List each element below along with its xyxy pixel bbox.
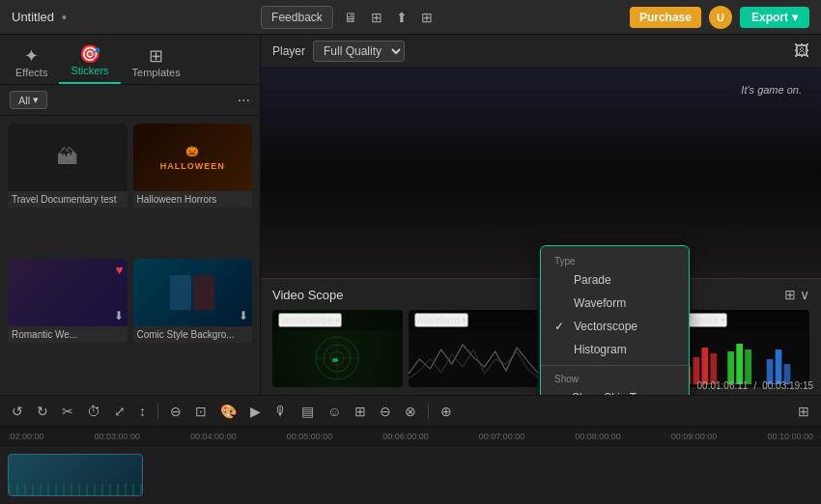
player-bar: Player Full Quality 🖼: [261, 35, 821, 69]
timeline-tracks: [0, 446, 821, 504]
parade-dropdown[interactable]: Parade ▾: [686, 313, 727, 327]
scope-expand-button[interactable]: ∨: [800, 287, 809, 302]
templates-icon: ⊞: [149, 47, 163, 65]
ruler-mark: 00:09:00:00: [671, 432, 718, 441]
monitor-icon[interactable]: 🖥: [341, 7, 360, 28]
scope-time: 00:01:06:11 / 00:03:19:15: [697, 380, 813, 391]
dd-show-section: Show: [541, 370, 689, 386]
ruler-mark: :02:00:00: [8, 432, 44, 441]
feedback-button[interactable]: Feedback: [261, 6, 333, 29]
ruler-mark: 00:06:00:00: [382, 432, 429, 441]
grid-view-button[interactable]: ⊞: [794, 402, 813, 421]
svg-rect-1: [193, 275, 214, 310]
export-button[interactable]: Export ▾: [740, 7, 809, 28]
main-area: ✦ Effects 🎯 Stickers ⊞ Templates All ▾ ·…: [0, 35, 821, 395]
left-panel: ✦ Effects 🎯 Stickers ⊞ Templates All ▾ ·…: [0, 35, 261, 395]
parade-content: [680, 330, 810, 386]
dd-divider: [541, 365, 689, 366]
timer-button[interactable]: ⏱: [83, 402, 104, 421]
dd-item-waveform[interactable]: Waveform: [541, 292, 689, 315]
more-options-button[interactable]: ···: [238, 92, 250, 109]
scope-controls: ⊞ ∨: [784, 287, 809, 302]
ruler-mark: 00:04:00:00: [190, 432, 237, 441]
track-clip[interactable]: [8, 454, 143, 496]
fit-button[interactable]: ⤢: [110, 402, 129, 421]
dd-item-skin-tone[interactable]: ✓ Show Skin Tone Indicator: [541, 386, 689, 395]
svg-rect-31: [775, 350, 781, 384]
vectorscope-visual: [308, 332, 366, 385]
timeline-ruler: :02:00:00 00:03:00:00 00:04:00:00 00:05:…: [0, 427, 821, 446]
captions-button[interactable]: ▤: [297, 402, 318, 421]
top-bar-center: Feedback 🖥 ⊞ ⬆ ⊞: [261, 6, 436, 29]
grid-icon[interactable]: ⊞: [418, 7, 436, 28]
face-button[interactable]: ☺: [324, 402, 345, 421]
dd-item-vectorscope[interactable]: ✓ Vectorscope: [541, 315, 689, 338]
media-item-comic[interactable]: ⬇ Comic Style Backgro...: [133, 259, 253, 388]
ruler-mark: 00:08:00:00: [575, 432, 621, 441]
top-bar-right: Purchase U Export ▾: [630, 6, 809, 29]
filter-all-button[interactable]: All ▾: [10, 91, 47, 109]
right-panel: Player Full Quality 🖼 It's game on. Vide…: [261, 35, 821, 395]
media-item-travel[interactable]: 🏔 Travel Documentary test: [8, 124, 127, 253]
left-toolbar: All ▾ ···: [0, 85, 260, 116]
purchase-button[interactable]: Purchase: [630, 7, 701, 28]
svg-rect-25: [701, 348, 708, 384]
dd-check-parade: [554, 273, 566, 287]
nav-item-effects[interactable]: ✦ Effects: [4, 42, 59, 84]
speed-button[interactable]: ▶: [246, 402, 265, 421]
svg-rect-0: [170, 275, 191, 310]
upload-icon[interactable]: ⬆: [393, 7, 410, 28]
vectorscope-dropdown[interactable]: Vectorscope ▾: [278, 313, 342, 327]
crop-button[interactable]: ⊡: [191, 402, 211, 421]
media-item-halloween[interactable]: 🎃 HALLOWEEN Halloween Horrors: [133, 124, 253, 253]
mic-button[interactable]: 🎙: [270, 402, 292, 421]
ruler-marks: :02:00:00 00:03:00:00 00:04:00:00 00:05:…: [8, 432, 813, 441]
parade-header: Parade ▾: [680, 310, 810, 330]
media-label-travel: Travel Documentary test: [8, 191, 127, 208]
time-current: 00:01:06:11: [697, 380, 749, 391]
svg-rect-27: [727, 351, 734, 384]
dd-check-histogram: [554, 343, 566, 356]
chevron-down-icon: ▾: [335, 315, 340, 325]
media-item-romantic[interactable]: ♥ ⬇ Romantic We...: [8, 259, 127, 388]
nav-item-templates[interactable]: ⊞ Templates: [121, 42, 192, 84]
undo-button[interactable]: ↺: [8, 402, 27, 421]
add-button[interactable]: ⊕: [437, 402, 456, 421]
media-grid: 🏔 Travel Documentary test 🎃 HALLOWEEN Ha…: [0, 116, 260, 395]
chevron-down-icon: ▾: [792, 11, 798, 24]
scope-widget-waveform: Waveform ▾: [409, 310, 539, 387]
timeline-area: ↺ ↻ ✂ ⏱ ⤢ ↕ ⊖ ⊡ 🎨 ▶ 🎙 ▤ ☺ ⊞ ⊖ ⊗ ⊕ ⊞ :02:…: [0, 395, 821, 504]
dd-item-parade[interactable]: Parade: [541, 268, 689, 292]
svg-rect-8: [409, 330, 539, 386]
nav-item-stickers[interactable]: 🎯 Stickers: [59, 40, 120, 84]
vectorscope-dropdown-menu: Type Parade Waveform ✓ Vectorscope Histo…: [540, 245, 690, 395]
toolbar-separator-2: [428, 404, 429, 419]
effects-icon: ✦: [24, 47, 39, 65]
minus-button[interactable]: ⊖: [376, 402, 395, 421]
top-bar: Untitled • Feedback 🖥 ⊞ ⬆ ⊞ Purchase U E…: [0, 0, 821, 35]
media-label-romantic: Romantic We...: [8, 326, 127, 343]
quality-select[interactable]: Full Quality: [313, 41, 405, 62]
svg-rect-29: [745, 350, 751, 384]
redo-button[interactable]: ↻: [33, 402, 52, 421]
scope-widget-parade: Parade ▾: [680, 310, 810, 387]
scope-widget-vectorscope: Vectorscope ▾: [272, 310, 403, 387]
split-button[interactable]: ✂: [58, 402, 77, 421]
connect-button[interactable]: ⊗: [401, 402, 420, 421]
zoom-minus-button[interactable]: ⊖: [166, 402, 185, 421]
waveform-dropdown[interactable]: Waveform ▾: [414, 313, 468, 327]
dd-item-histogram[interactable]: Histogram: [541, 338, 689, 361]
camera-icon[interactable]: ⊞: [368, 7, 385, 28]
tl-right: ⊞: [794, 402, 813, 421]
color-button[interactable]: 🎨: [216, 402, 241, 421]
heart-icon: ♥: [116, 263, 124, 277]
ruler-mark: 00:03:00:00: [95, 432, 141, 441]
stabilize-button[interactable]: ⊞: [351, 402, 370, 421]
app-title: Untitled: [12, 10, 54, 24]
media-label-comic: Comic Style Backgro...: [133, 326, 253, 343]
timeline-toolbar: ↺ ↻ ✂ ⏱ ⤢ ↕ ⊖ ⊡ 🎨 ▶ 🎙 ▤ ☺ ⊞ ⊖ ⊗ ⊕ ⊞: [0, 396, 821, 427]
media-label-halloween: Halloween Horrors: [133, 191, 253, 208]
image-adjust-icon[interactable]: 🖼: [794, 42, 809, 60]
scope-grid-button[interactable]: ⊞: [784, 287, 796, 302]
transform-button[interactable]: ↕: [135, 402, 150, 421]
